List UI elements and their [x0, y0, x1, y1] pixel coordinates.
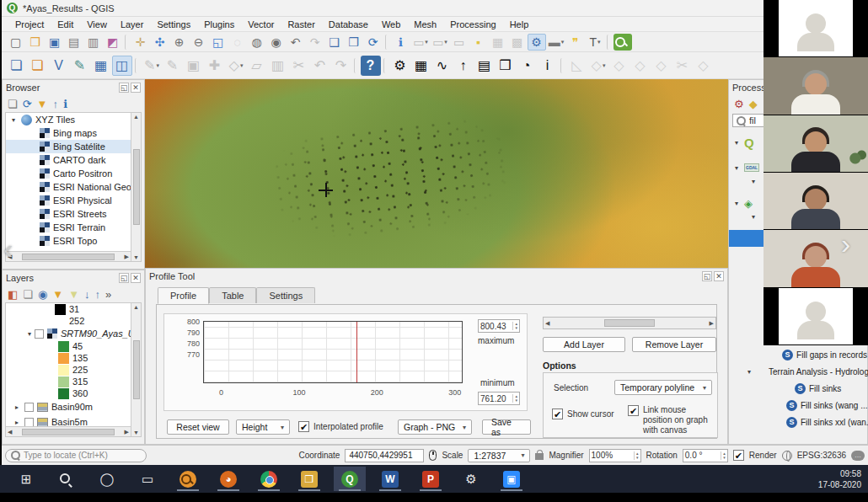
report-icon[interactable]: ▤	[474, 56, 495, 76]
map-tips-icon[interactable]: ❞	[566, 34, 585, 51]
participant-1[interactable]	[764, 0, 868, 57]
menu-item[interactable]: Mesh	[407, 19, 443, 30]
cortana-icon[interactable]: ◯	[91, 467, 123, 491]
menu-item[interactable]: Help	[503, 19, 536, 30]
info-icon[interactable]: i	[538, 56, 558, 76]
browser-tree-item[interactable]: ESRI Topo	[6, 234, 141, 248]
menu-item[interactable]: Edit	[51, 19, 80, 30]
save-edits-icon[interactable]: ▣	[184, 56, 204, 76]
height-combo[interactable]: Height▾	[236, 419, 290, 435]
profile-plot[interactable]	[203, 321, 463, 383]
refresh-icon[interactable]: ⟳	[364, 34, 383, 51]
minimum-spinbox[interactable]: 761.20 ▴▾	[478, 392, 520, 405]
collapse-all-icon[interactable]: ↑	[52, 98, 58, 110]
render-checkbox[interactable]: ✔	[733, 450, 744, 461]
shape-digitizing-icon[interactable]: ◺	[567, 56, 587, 76]
start-button[interactable]: ⊞	[10, 467, 42, 491]
menu-item[interactable]: Processing	[443, 19, 502, 30]
tab[interactable]: Settings	[256, 287, 315, 303]
more-edit-icon[interactable]: ◇	[694, 56, 714, 76]
zoom-to-layer-icon[interactable]: ◍	[248, 34, 266, 51]
link-mouse-checkbox[interactable]: ✔	[628, 405, 639, 416]
pan-to-selection-icon[interactable]: ✣	[151, 34, 169, 51]
selection-combo[interactable]: Temporary polyline▾	[614, 380, 712, 395]
browser-tree-item[interactable]: ESRI Streets	[6, 207, 141, 221]
algo-fill-sinks-wang[interactable]: S Fill sinks (wang ...	[729, 397, 867, 414]
help-icon[interactable]: ?	[361, 56, 381, 76]
browser-tree-item[interactable]: Bing Satélite	[6, 140, 141, 153]
refresh-icon[interactable]: ⟳	[23, 98, 32, 110]
offset-curve-icon[interactable]: ◇	[609, 56, 630, 76]
browser-tree-item[interactable]: ESRI Physical	[6, 194, 141, 207]
browser-root-row[interactable]: ▾ XYZ Tiles	[6, 113, 141, 126]
collapse-arrow-icon[interactable]: ▾	[732, 139, 741, 147]
new-print-layout-icon[interactable]: ▤	[65, 34, 83, 51]
zoom-app-icon[interactable]: ▣	[496, 467, 528, 491]
menu-item[interactable]: Plugins	[197, 19, 241, 30]
data-source-manager-icon[interactable]: ❏	[7, 56, 27, 76]
expand-all-icon[interactable]: ↓	[84, 288, 90, 301]
toolbar-button[interactable]	[125, 35, 129, 50]
participant-6[interactable]	[764, 288, 868, 345]
zoom-last-icon[interactable]: ↶	[287, 34, 305, 51]
layer-styling-icon[interactable]: ◧	[8, 288, 18, 301]
float-panel-button[interactable]: ◱	[119, 273, 129, 283]
toggle-editing-icon[interactable]: ✎	[163, 56, 183, 76]
menu-item[interactable]: Database	[322, 19, 375, 30]
layers-vscrollbar[interactable]: ▲▼	[131, 303, 141, 436]
add-feature-icon[interactable]: ✚	[205, 56, 225, 76]
menu-item[interactable]: View	[80, 19, 114, 30]
measure-icon[interactable]: ▬ ▾	[547, 34, 565, 51]
browser-tree-item[interactable]: Bing maps	[6, 126, 141, 140]
magnifier-spinbox[interactable]: 100% ▴▾	[589, 449, 641, 462]
layers-hscrollbar[interactable]: ◀▶	[6, 426, 131, 436]
taskbar-search-icon[interactable]	[51, 467, 83, 491]
reshape-icon[interactable]: ◇	[630, 56, 651, 76]
modify-attributes-icon[interactable]: ▱	[247, 56, 267, 76]
interpolated-profile-checkbox[interactable]: ✔	[298, 421, 309, 432]
overflow-icon[interactable]: »	[105, 288, 111, 301]
add-vector-layer-icon[interactable]: ❏	[28, 56, 48, 76]
menu-item[interactable]: Project	[8, 19, 51, 30]
messages-icon[interactable]: …	[851, 451, 865, 461]
expand-arrow-icon[interactable]: ▸	[13, 419, 21, 426]
add-delimited-text-icon[interactable]: ✎	[70, 56, 90, 76]
firefox-icon[interactable]: ◕	[212, 467, 244, 491]
python-console-icon[interactable]: ◆	[749, 98, 758, 110]
processing-settings-icon[interactable]: ⚙	[734, 98, 744, 110]
close-panel-button[interactable]: ✕	[131, 83, 141, 93]
close-panel-button[interactable]: ✕	[714, 271, 724, 281]
properties-icon[interactable]: ℹ	[63, 98, 67, 110]
deselect-features-icon[interactable]: ▭	[450, 34, 469, 51]
osm-place-search-icon[interactable]	[613, 34, 632, 51]
powerpoint-icon[interactable]: P	[415, 467, 447, 491]
participant-3[interactable]	[764, 115, 868, 173]
menu-item[interactable]: Raster	[281, 19, 321, 30]
browser-tree-item[interactable]: Carto Positron	[6, 167, 141, 180]
rotation-spinbox[interactable]: 0.0 ° ▴▾	[683, 449, 728, 462]
add-group-icon[interactable]: ❏	[23, 288, 33, 301]
filter-icon[interactable]: ▼	[37, 98, 48, 110]
epsg-button[interactable]: EPSG:32636	[797, 451, 846, 460]
zoom-to-selection-icon[interactable]: ◌	[228, 34, 247, 51]
browser-vscrollbar[interactable]: ▲▼	[131, 113, 141, 261]
close-panel-button[interactable]: ✕	[131, 273, 141, 283]
expand-arrow-icon[interactable]: ▸	[13, 403, 21, 411]
globe-clock-icon[interactable]: ◔	[517, 56, 537, 76]
participant-5[interactable]	[764, 230, 868, 287]
toolbar-button[interactable]	[383, 58, 388, 73]
tab[interactable]: Table	[209, 287, 256, 303]
participant-4[interactable]	[764, 173, 868, 230]
save-project-icon[interactable]: ▣	[46, 34, 64, 51]
zoom-full-icon[interactable]: ◱	[209, 34, 228, 51]
settings-icon[interactable]: ⚙	[455, 467, 487, 491]
add-raster-layer-icon[interactable]: V	[49, 56, 69, 76]
toolbar-button[interactable]	[354, 58, 358, 73]
current-edits-icon[interactable]: ✎ ▾	[142, 56, 162, 76]
open-project-icon[interactable]: ❒	[26, 34, 45, 51]
identify-features-icon[interactable]: ℹ	[392, 34, 410, 51]
highlight-annotation-icon[interactable]: ▪	[469, 34, 488, 51]
locate-input[interactable]: Type to locate (Ctrl+K)	[5, 449, 147, 462]
folder-icon[interactable]: ❒	[496, 56, 516, 76]
task-view-icon[interactable]: ▭	[131, 467, 163, 491]
